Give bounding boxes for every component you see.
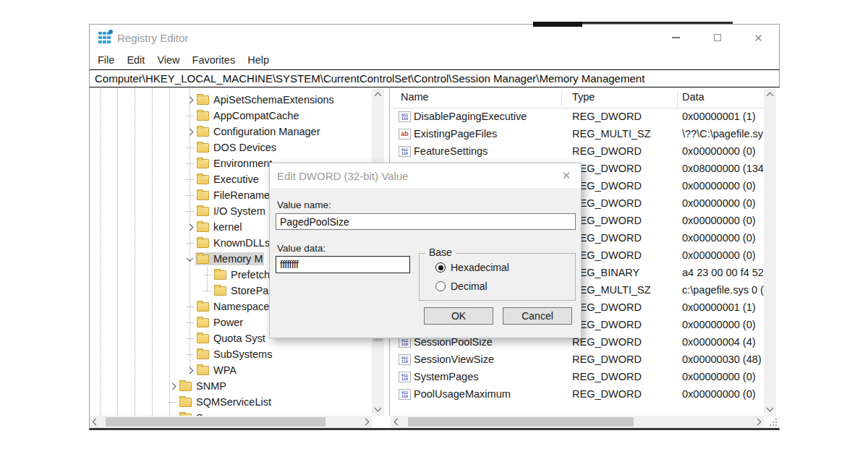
radio-hexadecimal[interactable]: Hexadecimal	[435, 262, 509, 273]
tree-node[interactable]: FileRename	[195, 189, 271, 202]
registry-value-row[interactable]: 011110SessionViewSizeREG_DWORD0x00000030…	[391, 351, 764, 369]
chevron-right-icon	[362, 419, 370, 426]
menu-edit[interactable]: Edit	[127, 54, 145, 66]
registry-value-row[interactable]: 011110FeatureSettingsREG_DWORD0x00000000…	[391, 143, 764, 160]
tree-expander-icon[interactable]	[184, 221, 195, 233]
tree-horizontal-scrollbar[interactable]	[90, 416, 372, 428]
tree-node[interactable]: SQMServiceList	[178, 395, 273, 408]
tree-node[interactable]: StorePar	[213, 284, 273, 297]
tree-node[interactable]: Environment	[195, 157, 273, 170]
tree-item[interactable]: DOS Devices	[90, 140, 371, 155]
maximize-icon	[714, 34, 721, 41]
column-header-type[interactable]: Type	[572, 91, 595, 103]
value-type-cell: REG_MULTI_SZ	[572, 128, 651, 140]
tree-item[interactable]: Configuration Manager	[90, 124, 371, 140]
menu-help[interactable]: Help	[247, 54, 269, 66]
scroll-down-button[interactable]	[372, 402, 384, 414]
folder-icon	[214, 270, 226, 280]
minimize-button[interactable]	[655, 25, 697, 51]
tree-node[interactable]: Executive	[195, 173, 260, 186]
tree-node[interactable]: Power	[195, 316, 244, 329]
maximize-button[interactable]	[697, 25, 738, 51]
tree-node[interactable]: Configuration Manager	[195, 125, 322, 138]
value-type-cell: REG_DWORD	[572, 301, 642, 313]
list-vertical-scrollbar[interactable]	[764, 88, 776, 416]
tree-node[interactable]: SNMP	[178, 380, 228, 393]
dialog-title-bar[interactable]: Edit DWORD (32-bit) Value ✕	[270, 163, 581, 188]
registry-value-row[interactable]: 011110SystemPagesREG_DWORD0x00000000 (0)	[391, 369, 764, 386]
tree-node[interactable]: Quota Syst	[195, 332, 267, 345]
scroll-down-button[interactable]	[764, 402, 776, 414]
tree-item[interactable]: SNMP	[90, 378, 371, 394]
column-header-name[interactable]: Name	[401, 91, 429, 103]
tree-item[interactable]: AppCompatCache	[90, 108, 371, 124]
value-data-label: Value data:	[277, 243, 326, 254]
scroll-up-button[interactable]	[764, 90, 776, 102]
tree-item[interactable]: ApiSetSchemaExtensions	[90, 92, 371, 108]
window-controls: ✕	[655, 25, 779, 51]
column-separator[interactable]	[561, 90, 562, 106]
dialog-close-button[interactable]: ✕	[559, 169, 574, 182]
ok-button[interactable]: OK	[424, 307, 493, 325]
tree-node[interactable]: I/O System	[195, 205, 267, 218]
tree-expander-icon[interactable]	[184, 94, 195, 106]
menu-favorites[interactable]: Favorites	[192, 54, 236, 66]
cancel-button[interactable]: Cancel	[503, 307, 572, 325]
registry-value-row[interactable]: 011110PoolUsageMaximumREG_DWORD0x0000000…	[391, 386, 764, 403]
tree-node[interactable]: WPA	[195, 364, 238, 377]
tree-node[interactable]: Prefetch	[213, 268, 271, 281]
registry-editor-app-icon	[98, 32, 111, 44]
tree-expander-icon[interactable]	[184, 364, 195, 376]
scroll-left-button[interactable]	[391, 416, 404, 428]
resize-corner[interactable]	[764, 416, 780, 428]
value-data-field[interactable]: ffffffff	[276, 256, 410, 273]
value-type-cell: REG_DWORD	[572, 197, 642, 209]
tree-expander-icon[interactable]	[184, 126, 195, 137]
tree-item[interactable]: SQMServiceList	[90, 394, 371, 410]
minimize-icon	[672, 37, 680, 38]
tree-expander-icon[interactable]	[184, 253, 195, 265]
column-header-data[interactable]: Data	[682, 91, 705, 103]
radio-button-icon[interactable]	[435, 262, 446, 273]
tree-expander-icon[interactable]	[166, 380, 178, 392]
tree-node[interactable]: AppCompatCache	[195, 109, 301, 122]
title-bar[interactable]: Registry Editor ✕	[90, 25, 779, 51]
tree-item[interactable]: WPA	[90, 362, 371, 378]
list-horizontal-scrollbar[interactable]	[391, 416, 764, 428]
value-type-cell: REG_MULTI_SZ	[572, 284, 651, 296]
menu-view[interactable]: View	[157, 54, 179, 66]
scrollbar-thumb[interactable]	[408, 417, 634, 427]
scroll-right-button[interactable]	[752, 416, 764, 428]
scrollbar-thumb[interactable]	[106, 417, 326, 427]
tree-item[interactable]: S	[90, 410, 371, 416]
tree-item[interactable]: SubSystems	[90, 346, 371, 362]
value-name-label: Value name:	[277, 200, 331, 210]
tree-node-selected[interactable]: Memory M	[195, 252, 264, 265]
menu-file[interactable]: File	[98, 54, 114, 66]
tree-node[interactable]: Namespace	[195, 300, 271, 313]
scroll-up-button[interactable]	[372, 90, 384, 102]
value-type-cell: REG_DWORD	[572, 232, 642, 244]
value-name-field[interactable]: PagedPoolSize	[276, 213, 576, 230]
folder-icon	[179, 382, 192, 391]
tree-node[interactable]: ApiSetSchemaExtensions	[195, 93, 336, 106]
tree-node[interactable]: DOS Devices	[195, 141, 278, 154]
folder-icon	[197, 302, 209, 312]
reg-string-icon: ab	[399, 129, 411, 140]
column-separator[interactable]	[677, 90, 678, 106]
registry-value-row[interactable]: abExistingPageFilesREG_MULTI_SZ\??\C:\pa…	[391, 126, 764, 143]
address-bar[interactable]: Computer\HKEY_LOCAL_MACHINE\SYSTEM\Curre…	[90, 69, 779, 87]
folder-icon	[197, 239, 209, 248]
tree-node[interactable]: KnownDLLs	[195, 236, 271, 249]
radio-decimal[interactable]: Decimal	[435, 280, 488, 292]
registry-value-row[interactable]: 011110DisablePagingExecutiveREG_DWORD0x0…	[391, 108, 764, 126]
tree-connector	[184, 110, 195, 121]
tree-node[interactable]: kernel	[195, 220, 244, 234]
close-button[interactable]: ✕	[738, 25, 779, 51]
scroll-left-button[interactable]	[90, 416, 102, 428]
tree-node[interactable]: SubSystems	[195, 348, 273, 361]
radio-button-icon[interactable]	[435, 281, 446, 291]
scroll-right-button[interactable]	[359, 416, 372, 428]
tree-connector	[166, 396, 178, 408]
folder-icon	[197, 175, 209, 184]
